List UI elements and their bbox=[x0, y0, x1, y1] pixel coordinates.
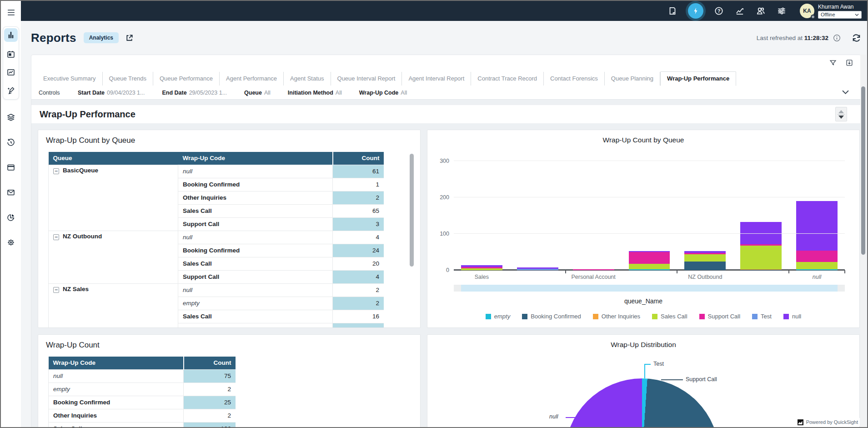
stacked-bar-unlabeled[interactable] bbox=[629, 251, 670, 270]
legend-item-sales-call[interactable]: Sales Call bbox=[652, 313, 687, 320]
stacked-bar-unlabeled[interactable] bbox=[740, 222, 782, 270]
tab-contract-trace-record[interactable]: Contract Trace Record bbox=[471, 72, 544, 86]
help-icon[interactable]: ? bbox=[713, 5, 724, 16]
page-down-button[interactable] bbox=[838, 116, 844, 119]
sidebar-item-authoring[interactable] bbox=[5, 85, 17, 96]
bar-segment-sales-call[interactable] bbox=[796, 262, 838, 269]
stacked-bar-nz-outbound[interactable] bbox=[684, 251, 726, 270]
filter-queue[interactable]: QueueAll bbox=[244, 90, 271, 96]
collapse-icon[interactable]: − bbox=[53, 168, 59, 174]
bar-segment-empty[interactable] bbox=[629, 269, 670, 270]
quick-actions-button[interactable] bbox=[688, 3, 703, 19]
note-icon[interactable] bbox=[667, 5, 678, 16]
tab-queue-trends[interactable]: Queue Trends bbox=[103, 72, 153, 86]
chart-title: Wrap-Up Count by Queue bbox=[427, 130, 859, 144]
bar-segment-sales-call[interactable] bbox=[684, 254, 726, 262]
bar-segment-sales-call[interactable] bbox=[461, 268, 502, 270]
page-up-button[interactable] bbox=[838, 110, 844, 113]
bar-segment-sales-call[interactable] bbox=[629, 264, 670, 270]
bar-segment-sales-call[interactable] bbox=[740, 246, 782, 269]
queue-cell: −BasicQueue bbox=[49, 165, 178, 231]
sidebar-item-analytics[interactable] bbox=[5, 211, 17, 223]
bar-segment-null[interactable] bbox=[796, 201, 838, 251]
bar-segment-support-call[interactable] bbox=[573, 269, 614, 270]
callout-line-support bbox=[661, 379, 683, 380]
controls-expand-chevron[interactable] bbox=[842, 90, 849, 96]
users-icon[interactable] bbox=[755, 5, 766, 16]
page-scrollbar-thumb[interactable] bbox=[861, 86, 865, 255]
sidebar-item-mail[interactable] bbox=[5, 186, 17, 198]
sliders-icon[interactable] bbox=[776, 5, 787, 16]
column-header-count[interactable]: Count bbox=[184, 357, 236, 369]
download-icon[interactable] bbox=[845, 59, 853, 67]
menu-icon[interactable] bbox=[5, 6, 17, 18]
pie-chart[interactable] bbox=[565, 378, 719, 428]
count-cell: 4 bbox=[333, 270, 384, 283]
filter-wrap-up-code[interactable]: Wrap-Up CodeAll bbox=[359, 90, 407, 96]
chart-horizontal-scrollbar[interactable] bbox=[454, 285, 845, 292]
sidebar-item-datasets[interactable] bbox=[5, 111, 17, 123]
column-header-count[interactable]: Count bbox=[333, 152, 384, 165]
external-link-icon[interactable] bbox=[125, 34, 134, 42]
tab-agent-status[interactable]: Agent Status bbox=[284, 72, 331, 86]
tab-executive-summary[interactable]: Executive Summary bbox=[37, 72, 103, 86]
wrapup-code-cell: Booking Confirmed bbox=[178, 178, 333, 191]
filter-start-date[interactable]: Start Date09/04/2023 1... bbox=[78, 90, 145, 96]
filter-end-date[interactable]: End Date29/05/2023 1... bbox=[162, 90, 227, 96]
legend-item-other-inquiries[interactable]: Other Inquiries bbox=[593, 313, 640, 320]
bar-segment-booking-confirmed[interactable] bbox=[684, 262, 726, 270]
sidebar-item-reports[interactable] bbox=[4, 28, 18, 42]
column-header-wrap-up-code[interactable]: Wrap-Up Code bbox=[178, 152, 333, 165]
tab-wrap-up-performance[interactable]: Wrap-Up Performance bbox=[660, 71, 736, 86]
legend-item-empty[interactable]: empty bbox=[486, 313, 510, 320]
stacked-bar-null[interactable] bbox=[796, 201, 838, 270]
wrapup-code-cell: null bbox=[49, 369, 184, 383]
stacked-bar-personal-account[interactable] bbox=[573, 269, 614, 270]
sidebar-item-settings[interactable] bbox=[5, 237, 17, 248]
legend-item-null[interactable]: null bbox=[783, 313, 801, 320]
avatar[interactable]: KA bbox=[800, 4, 814, 18]
sidebar-item-workspace[interactable] bbox=[5, 161, 17, 173]
wrapup-code-cell: Support Call bbox=[178, 217, 333, 231]
sidebar-item-history[interactable] bbox=[5, 136, 17, 148]
gridline bbox=[454, 233, 845, 234]
bar-segment-empty[interactable] bbox=[796, 269, 838, 270]
x-axis-tick bbox=[844, 270, 845, 273]
collapse-icon[interactable]: − bbox=[53, 287, 59, 293]
table-scrollbar[interactable] bbox=[410, 154, 414, 267]
scroll-left-cap[interactable] bbox=[454, 285, 461, 292]
tab-queue-performance[interactable]: Queue Performance bbox=[153, 72, 220, 86]
collapse-icon[interactable]: − bbox=[53, 234, 59, 240]
legend-item-support-call[interactable]: Support Call bbox=[699, 313, 741, 320]
stacked-bar-unlabeled[interactable] bbox=[517, 267, 558, 270]
count-cell: 32 bbox=[333, 323, 384, 328]
legend-item-booking-confirmed[interactable]: Booking Confirmed bbox=[522, 313, 581, 320]
bar-segment-support-call[interactable] bbox=[796, 251, 838, 262]
tab-agent-interval-report[interactable]: Agent Interval Report bbox=[402, 72, 471, 86]
count-cell: 4 bbox=[333, 231, 384, 244]
left-sidebar bbox=[1, 1, 21, 428]
info-icon[interactable] bbox=[833, 34, 841, 42]
filter-icon[interactable] bbox=[829, 59, 837, 67]
bar-segment-booking-confirmed[interactable] bbox=[740, 270, 782, 270]
column-header-queue[interactable]: Queue bbox=[49, 152, 178, 165]
bar-segment-test[interactable] bbox=[517, 269, 558, 270]
tab-contact-forensics[interactable]: Contact Forensics bbox=[544, 72, 605, 86]
tab-queue-interval-report[interactable]: Queue Interval Report bbox=[331, 72, 402, 86]
sidebar-item-metrics[interactable] bbox=[5, 66, 17, 78]
bar-segment-support-call[interactable] bbox=[629, 252, 670, 264]
chart-legend: emptyBooking ConfirmedOther InquiriesSal… bbox=[427, 313, 859, 320]
column-header-wrap-up-code[interactable]: Wrap-Up Code bbox=[49, 357, 184, 369]
legend-item-test[interactable]: Test bbox=[752, 313, 772, 320]
agent-status-select[interactable]: Offline bbox=[818, 11, 862, 19]
tab-queue-planning[interactable]: Queue Planning bbox=[605, 72, 660, 86]
table-row: Booking Confirmed25 bbox=[49, 396, 236, 409]
metrics-icon[interactable] bbox=[734, 5, 745, 16]
scroll-right-cap[interactable] bbox=[838, 285, 845, 292]
refresh-icon[interactable] bbox=[852, 33, 861, 43]
sidebar-item-calendar[interactable] bbox=[5, 48, 17, 60]
stacked-bar-sales[interactable] bbox=[461, 265, 502, 270]
wrapup-count-table: Wrap-Up CodeCountnull75empty2Booking Con… bbox=[48, 357, 236, 428]
filter-initiation-method[interactable]: Initiation MethodAll bbox=[288, 90, 342, 96]
tab-agent-performance[interactable]: Agent Performance bbox=[220, 72, 284, 86]
